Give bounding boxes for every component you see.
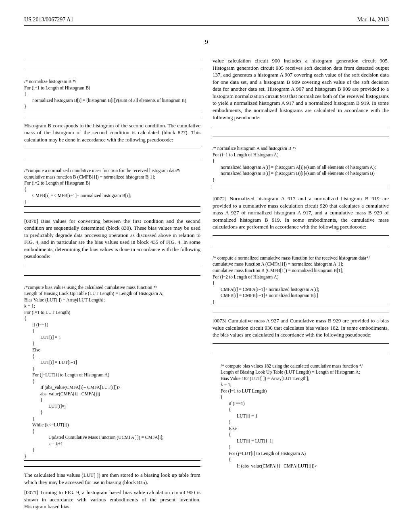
page-header: US 2013/0067297 A1 Mar. 14, 2013 (24, 16, 389, 26)
page-number: 9 (24, 38, 389, 46)
code-block-bias-182: /* compute bias values 182 using the cal… (213, 343, 389, 473)
paragraph-0073: [0073] Cumulative mass A 927 and Cumulat… (213, 317, 389, 339)
patent-date: Mar. 14, 2013 (357, 16, 389, 24)
paragraph: The calculated bias values (LUT[ ]) are … (24, 472, 200, 486)
paragraph: value calculation circuit 900 includes a… (213, 57, 389, 121)
paragraph-0070: [0070] Bias values for converting betwee… (24, 218, 200, 260)
left-column: /* normalize histogram B */ For (i=1 to … (24, 54, 200, 513)
code-block-cmf-b: /*compute a normalized cumulative mass f… (24, 148, 200, 212)
paragraph: Histogram B corresponds to the histogram… (24, 122, 200, 143)
para-number: [0073] (213, 318, 227, 324)
code-block-normalize-ab: /* normalize histogram A and histogram B… (213, 126, 389, 190)
code-block-cmf-ab: /* compute a normalized cumulative mass … (213, 235, 389, 312)
paragraph-0071: [0071] Turning to FIG. 9, a histogram ba… (24, 489, 200, 510)
content-columns: /* normalize histogram B */ For (i=1 to … (24, 54, 389, 513)
code-block-normalize-b: /* normalize histogram B */ For (i=1 to … (24, 59, 200, 117)
right-column: value calculation circuit 900 includes a… (213, 54, 389, 513)
para-number: [0072] (213, 195, 227, 202)
paragraph-0072: [0072] Normalized histogram A 917 and a … (213, 195, 389, 231)
para-number: [0071] (24, 489, 38, 495)
para-number: [0070] (24, 218, 38, 224)
code-block-bias-values: /*compute bias values using the calculat… (24, 265, 200, 467)
patent-number: US 2013/0067297 A1 (24, 16, 73, 24)
